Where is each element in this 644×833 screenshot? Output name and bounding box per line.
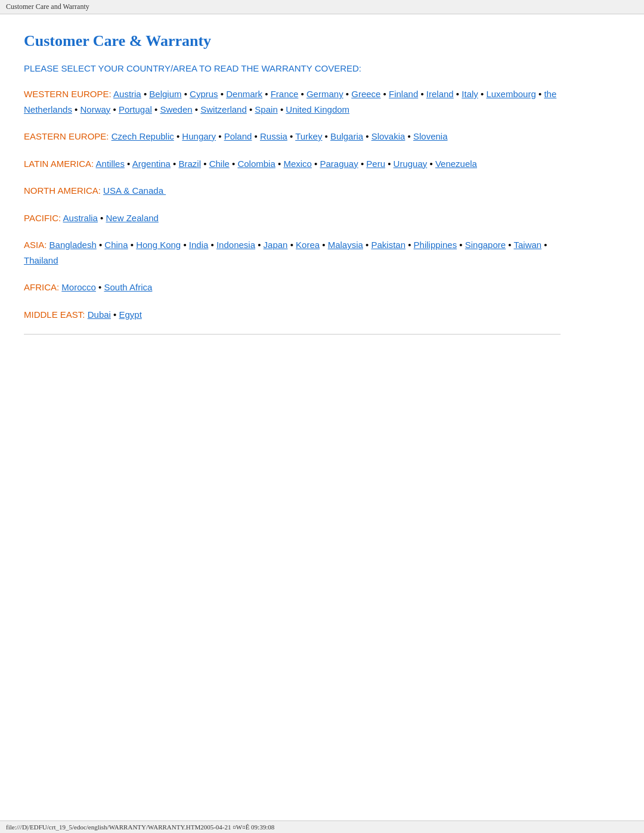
country-link-india[interactable]: India <box>189 240 209 250</box>
country-link-argentina[interactable]: Argentina <box>132 159 171 169</box>
country-link-china[interactable]: China <box>104 240 128 250</box>
country-link-new-zealand[interactable]: New Zealand <box>106 213 159 223</box>
country-link-slovakia[interactable]: Slovakia <box>371 131 405 141</box>
country-link-chile[interactable]: Chile <box>209 159 230 169</box>
separator: • <box>216 131 224 141</box>
country-link-uruguay[interactable]: Uruguay <box>394 159 428 169</box>
separator: • <box>322 131 330 141</box>
browser-tab: Customer Care and Warranty <box>0 0 644 14</box>
country-link-egypt[interactable]: Egypt <box>119 309 142 320</box>
country-link-cyprus[interactable]: Cyprus <box>190 89 218 99</box>
separator: • <box>171 159 179 169</box>
country-link-japan[interactable]: Japan <box>264 240 288 250</box>
country-link-russia[interactable]: Russia <box>260 131 287 141</box>
country-link-denmark[interactable]: Denmark <box>226 89 262 99</box>
separator: • <box>208 240 216 250</box>
country-link-luxembourg[interactable]: Luxembourg <box>486 89 535 99</box>
country-link-malaysia[interactable]: Malaysia <box>328 240 363 250</box>
country-link-thailand[interactable]: Thailand <box>24 255 58 265</box>
country-link-ireland[interactable]: Ireland <box>426 89 454 99</box>
country-link-slovenia[interactable]: Slovenia <box>413 131 448 141</box>
country-link-belgium[interactable]: Belgium <box>149 89 181 99</box>
separator: • <box>541 240 547 250</box>
country-link-paraguay[interactable]: Paraguay <box>320 159 358 169</box>
region-label-7: MIDDLE EAST: <box>24 309 88 320</box>
separator: • <box>275 159 284 169</box>
country-link-turkey[interactable]: Turkey <box>295 131 322 141</box>
country-link-brazil[interactable]: Brazil <box>179 159 202 169</box>
country-link-usa-&-canada-[interactable]: USA & Canada <box>103 185 166 196</box>
country-link-korea[interactable]: Korea <box>296 240 320 250</box>
country-link-czech-republic[interactable]: Czech Republic <box>112 131 174 141</box>
separator: • <box>110 104 119 114</box>
country-link-portugal[interactable]: Portugal <box>119 104 152 114</box>
page-title: Customer Care & Warranty <box>24 32 561 50</box>
country-link-morocco[interactable]: Morocco <box>61 282 96 292</box>
separator: • <box>287 240 296 250</box>
region-label-1: EASTERN EUROPE: <box>24 131 112 141</box>
separator: • <box>287 131 295 141</box>
separator: • <box>193 104 201 114</box>
country-link-norway[interactable]: Norway <box>80 104 110 114</box>
separator: • <box>97 240 105 250</box>
region-label-3: NORTH AMERICA: <box>24 185 103 196</box>
country-link-pakistan[interactable]: Pakistan <box>371 240 405 250</box>
separator: • <box>320 240 328 250</box>
country-link-dubai[interactable]: Dubai <box>88 309 111 320</box>
regions-container: WESTERN EUROPE: Austria • Belgium • Cypr… <box>24 86 561 322</box>
separator: • <box>128 240 137 250</box>
region-label-4: PACIFIC: <box>24 213 63 223</box>
country-link-greece[interactable]: Greece <box>351 89 380 99</box>
country-link-sweden[interactable]: Sweden <box>160 104 192 114</box>
country-link-philippines[interactable]: Philippines <box>414 240 457 250</box>
separator: • <box>72 104 80 114</box>
country-link-mexico[interactable]: Mexico <box>283 159 312 169</box>
country-link-poland[interactable]: Poland <box>224 131 252 141</box>
region-block-7: MIDDLE EAST: Dubai • Egypt <box>24 307 561 323</box>
country-link-finland[interactable]: Finland <box>389 89 418 99</box>
region-block-6: AFRICA: Morocco • South Africa <box>24 280 561 295</box>
separator: • <box>454 89 462 99</box>
country-link-bulgaria[interactable]: Bulgaria <box>330 131 363 141</box>
region-label-0: WESTERN EUROPE: <box>24 89 113 99</box>
separator: • <box>218 89 227 99</box>
country-link-france[interactable]: France <box>271 89 299 99</box>
separator: • <box>96 282 104 292</box>
separator: • <box>536 89 544 99</box>
country-link-peru[interactable]: Peru <box>366 159 385 169</box>
separator: • <box>111 309 119 320</box>
country-link-colombia[interactable]: Colombia <box>237 159 275 169</box>
country-link-spain[interactable]: Spain <box>255 104 277 114</box>
country-link-australia[interactable]: Australia <box>63 213 98 223</box>
region-block-0: WESTERN EUROPE: Austria • Belgium • Cypr… <box>24 86 561 117</box>
country-link-hong-kong[interactable]: Hong Kong <box>136 240 181 250</box>
separator: • <box>363 240 371 250</box>
country-link-antilles[interactable]: Antilles <box>96 159 125 169</box>
country-link-singapore[interactable]: Singapore <box>465 240 506 250</box>
separator: • <box>262 89 271 99</box>
separator: • <box>252 131 260 141</box>
separator: • <box>182 89 190 99</box>
separator: • <box>230 159 238 169</box>
country-link-bangladesh[interactable]: Bangladesh <box>49 240 97 250</box>
region-block-2: LATIN AMERICA: Antilles • Argentina • Br… <box>24 156 561 172</box>
country-link-austria[interactable]: Austria <box>113 89 141 99</box>
separator: • <box>278 104 286 114</box>
country-link-south-africa[interactable]: South Africa <box>104 282 152 292</box>
separator: • <box>380 89 389 99</box>
country-link-venezuela[interactable]: Venezuela <box>435 159 477 169</box>
separator: • <box>385 159 394 169</box>
country-link-hungary[interactable]: Hungary <box>182 131 216 141</box>
separator: • <box>506 240 513 250</box>
country-link-germany[interactable]: Germany <box>306 89 343 99</box>
country-link-italy[interactable]: Italy <box>462 89 478 99</box>
region-label-6: AFRICA: <box>24 282 61 292</box>
region-block-1: EASTERN EUROPE: Czech Republic • Hungary… <box>24 129 561 144</box>
separator: • <box>201 159 209 169</box>
country-link-united-kingdom[interactable]: United Kingdom <box>286 104 349 114</box>
country-link-indonesia[interactable]: Indonesia <box>216 240 255 250</box>
country-link-taiwan[interactable]: Taiwan <box>513 240 541 250</box>
separator: • <box>298 89 306 99</box>
country-link-switzerland[interactable]: Switzerland <box>200 104 247 114</box>
separator: • <box>98 213 106 223</box>
